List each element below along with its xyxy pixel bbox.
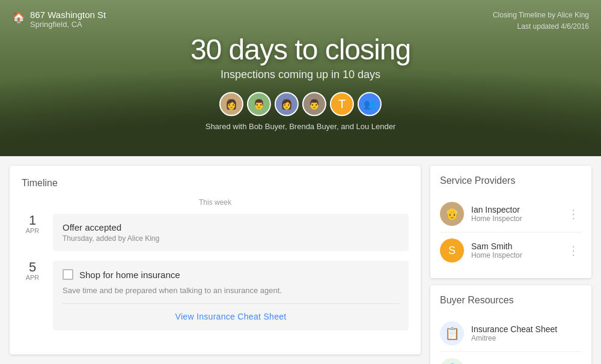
avatar-face-3: 👩 [281,99,293,110]
event-title-1: Offer accepted [63,222,399,232]
date-month-1: Apr [22,227,43,234]
timeline-title: Timeline [22,178,409,189]
buyer-resources-card: Buyer Resources 📋 Insurance Cheat Sheet … [430,285,591,364]
view-btn-container: View Insurance Cheat Sheet [63,303,399,322]
avatar-t[interactable]: T [330,92,354,116]
insurance-resource-name: Insurance Cheat Sheet [471,324,582,334]
insurance-checkbox[interactable] [63,269,73,280]
timeline-item-2: 5 Apr Shop for home insurance Save time … [22,261,409,330]
avatar-face-1: 👩 [225,99,237,110]
resource-insurance[interactable]: 📋 Insurance Cheat Sheet Amitree [440,315,582,352]
view-insurance-button[interactable]: View Insurance Cheat Sheet [175,312,287,321]
sam-name: Sam Smith [471,241,558,251]
ian-role: Home Inspector [471,214,558,223]
ian-info: Ian Inspector Home Inspector [471,205,558,223]
timeline-card: Timeline This week 1 Apr Offer accepted … [10,166,421,354]
avatar-2[interactable]: 👨 [247,92,271,116]
avatar-group[interactable]: 👥 [358,92,382,116]
ian-more-button[interactable]: ⋮ [565,205,582,222]
insurance-resource-provider: Amitree [471,334,582,342]
timeline-owner-block: Closing Timeline by Alice King Last upda… [493,10,589,32]
insurance-header: Shop for home insurance [63,269,399,280]
ian-name: Ian Inspector [471,205,558,214]
insurance-desc: Save time and be prepared when talking t… [63,286,399,295]
timeline-owner: Closing Timeline by Alice King [493,10,589,21]
event-offer-accepted: Offer accepted Thursday, added by Alice … [53,214,409,251]
insurance-resource-info: Insurance Cheat Sheet Amitree [471,324,582,342]
event-insurance: Shop for home insurance Save time and be… [53,261,409,330]
last-updated: Last updated 4/6/2016 [493,21,589,32]
inspections-subtitle: Inspections coming up in 10 days [191,68,410,81]
avatar-face-4: 👨 [308,99,320,110]
clipboard-icon: 📋 [445,326,460,341]
hero-center: 30 days to closing Inspections coming up… [191,33,410,131]
date-num-2: 5 [22,261,43,274]
avatar-4[interactable]: 👨 [302,92,326,116]
avatar-1[interactable]: 👩 [219,92,243,116]
address-block: 🏠 867 Washington St Springfield, CA [12,10,106,29]
avatars-row: 👩 👨 👩 👨 T 👥 [191,92,410,116]
content-area: Timeline This week 1 Apr Offer accepted … [0,156,601,364]
sam-role: Home Inspector [471,251,558,259]
hero-section: 🏠 867 Washington St Springfield, CA Clos… [0,0,601,168]
home-icon: 🏠 [12,11,25,24]
date-month-2: Apr [22,274,43,281]
shared-with-label: Shared with Bob Buyer, Brenda Buyer, and… [191,122,410,131]
sam-letter: S [448,244,456,257]
days-to-closing: 30 days to closing [191,33,410,66]
insurance-cheatsheet-icon: 📋 [440,321,464,345]
timeline-item-1: 1 Apr Offer accepted Thursday, added by … [22,214,409,251]
group-icon: 👥 [364,99,376,110]
event-sub-1: Thursday, added by Alice King [63,234,399,243]
date-num-1: 1 [22,214,43,227]
ian-face: 👴 [445,207,459,220]
address-city: Springfield, CA [30,20,106,29]
right-sidebar: Service Providers 👴 Ian Inspector Home I… [430,166,591,354]
avatar-3[interactable]: 👩 [275,92,299,116]
service-providers-title: Service Providers [440,175,582,186]
service-provider-sam: S Sam Smith Home Inspector ⋮ [440,232,582,268]
service-providers-card: Service Providers 👴 Ian Inspector Home I… [430,166,591,278]
resource-cable[interactable]: 🌐 Cable & Internet Lookup [440,352,582,364]
insurance-title: Shop for home insurance [79,270,180,280]
avatar-t-letter: T [338,97,346,111]
buyer-resources-title: Buyer Resources [440,295,582,306]
avatar-face-2: 👨 [253,99,265,110]
cable-icon: 🌐 [440,358,464,364]
timeline-date-2: 5 Apr [22,261,43,330]
ian-avatar[interactable]: 👴 [440,202,464,226]
sam-more-button[interactable]: ⋮ [565,242,582,259]
week-label: This week [22,198,409,207]
service-provider-ian: 👴 Ian Inspector Home Inspector ⋮ [440,196,582,232]
address-street: 867 Washington St [30,10,106,20]
sam-avatar[interactable]: S [440,238,464,262]
timeline-date-1: 1 Apr [22,214,43,251]
sam-info: Sam Smith Home Inspector [471,241,558,259]
